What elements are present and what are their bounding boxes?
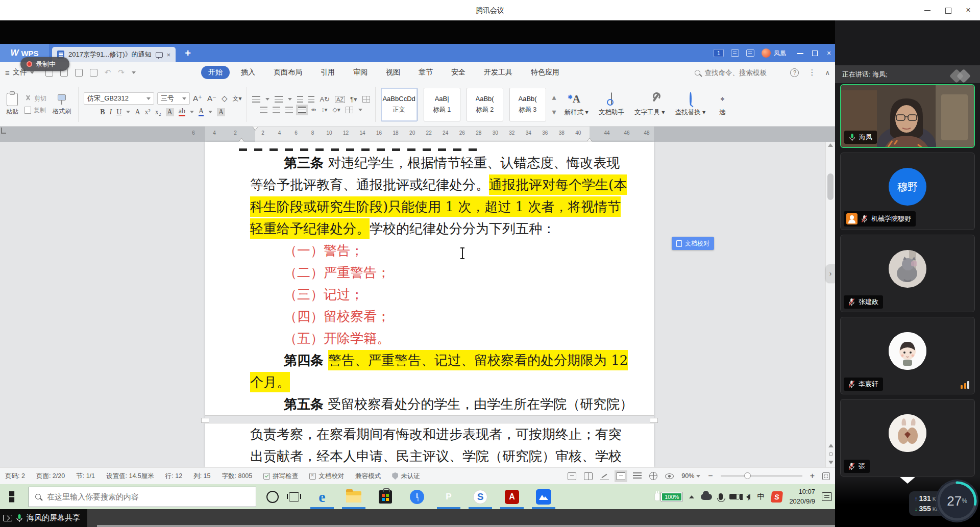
- participant-tile-video[interactable]: 海凤: [840, 84, 975, 148]
- font-name-select[interactable]: 仿宋_GB2312: [84, 92, 154, 105]
- ribbon-tab[interactable]: 审阅: [346, 66, 375, 79]
- message-count-badge[interactable]: 1: [714, 49, 724, 57]
- sort-icon[interactable]: AZ: [335, 96, 345, 103]
- document-line[interactable]: 个月。: [250, 371, 602, 393]
- insert-table-icon[interactable]: [362, 96, 370, 103]
- format-painter-button[interactable]: 格式刷: [51, 92, 73, 117]
- participant-tile[interactable]: 张建政: [840, 235, 975, 312]
- scrollbar-thumb[interactable]: [827, 173, 834, 200]
- distribute-icon[interactable]: ⇹: [311, 106, 316, 113]
- windows-search-box[interactable]: [29, 487, 256, 507]
- style-item[interactable]: AaB| 标题 1: [424, 88, 460, 121]
- document-line[interactable]: 轻重给予纪律处分。学校的纪律处分分为下列五种：: [250, 218, 602, 240]
- doc-proofread[interactable]: 文档校对: [309, 472, 344, 481]
- ribbon-tab[interactable]: 视图: [379, 66, 407, 79]
- tab-close-icon[interactable]: ×: [167, 51, 171, 59]
- underline-button[interactable]: U: [116, 108, 121, 116]
- ribbon-tab[interactable]: 开始: [201, 66, 230, 79]
- column-indicator[interactable]: 列: 15: [193, 472, 210, 481]
- battery-icon[interactable]: [729, 494, 740, 499]
- user-account[interactable]: 凤凰: [762, 48, 786, 58]
- document-page[interactable]: 第三条 对违纪学生，根据情节轻重、认错态度、悔改表现等给予批评教育、通报批评或纪…: [205, 142, 654, 467]
- undo-icon[interactable]: ↶: [105, 68, 111, 77]
- right-indent-marker[interactable]: [587, 138, 592, 142]
- numbered-list-icon[interactable]: [275, 96, 283, 103]
- speaker-icon[interactable]: [746, 494, 750, 500]
- taskbar-file-explorer[interactable]: [338, 484, 370, 509]
- word-count[interactable]: 字数: 8005: [222, 472, 253, 481]
- web-layout-icon[interactable]: [649, 472, 657, 480]
- style-item[interactable]: AaBb( 标题 2: [467, 88, 503, 121]
- participant-tile[interactable]: 張: [840, 399, 975, 476]
- strikethrough-button[interactable]: A: [135, 108, 140, 116]
- zoom-out-button[interactable]: −: [708, 471, 713, 481]
- maximize-icon[interactable]: [944, 7, 951, 14]
- bullet-list-icon[interactable]: [252, 96, 260, 103]
- document-line[interactable]: （四）留校察看；: [250, 306, 602, 328]
- line-indicator[interactable]: 行: 12: [165, 472, 182, 481]
- document-line[interactable]: 负责考察，在察看期间有悔改和进步表现者，可按期终止；有突: [250, 423, 602, 445]
- participant-tile[interactable]: 穆野 机械学院穆野: [840, 153, 975, 230]
- read-layout-icon[interactable]: [584, 472, 593, 480]
- close-icon[interactable]: ×: [965, 7, 972, 14]
- find-replace-button[interactable]: 查找替换 ▾: [670, 83, 711, 126]
- new-tab-button[interactable]: +: [185, 47, 191, 59]
- style-item[interactable]: AaBb( 标题 3: [509, 88, 546, 121]
- char-border-button[interactable]: A: [217, 108, 225, 116]
- ribbon-tab[interactable]: 引用: [313, 66, 342, 79]
- vertical-scrollbar[interactable]: [825, 142, 835, 467]
- onedrive-icon[interactable]: [701, 494, 712, 500]
- taskbar-clock[interactable]: 10:07 2020/9/9: [789, 487, 815, 507]
- doc-proofread-float-button[interactable]: 文档校对: [672, 237, 714, 250]
- bold-button[interactable]: B: [100, 108, 105, 116]
- print-preview-icon[interactable]: [90, 69, 97, 77]
- style-item[interactable]: AaBbCcDd 正文: [381, 88, 418, 121]
- align-center-icon[interactable]: [273, 107, 280, 113]
- new-style-button[interactable]: A✱ 新样式 ▾: [559, 83, 594, 126]
- wps-close-icon[interactable]: ×: [826, 50, 832, 56]
- cortana-icon[interactable]: [266, 491, 279, 503]
- ribbon-tab[interactable]: 页面布局: [266, 66, 309, 79]
- zoom-in-button[interactable]: +: [810, 471, 815, 481]
- sogou-icon[interactable]: S: [771, 491, 783, 503]
- select-button[interactable]: ⌖ 选: [710, 83, 734, 126]
- hanging-indent-marker[interactable]: [239, 138, 244, 142]
- style-gallery-scroll[interactable]: ▴▾: [552, 83, 556, 126]
- previous-page-icon[interactable]: [828, 444, 834, 447]
- pinyin-icon[interactable]: 文▾: [232, 94, 241, 103]
- document-tab[interactable]: 2017京学91...修订)》的通知 ×: [52, 47, 176, 62]
- font-size-select[interactable]: 三号: [157, 92, 190, 105]
- document-line[interactable]: 第五条 受留校察看处分的学生，由学生所在学院（研究院）: [250, 393, 602, 415]
- command-search-input[interactable]: [704, 69, 781, 77]
- microphone-icon[interactable]: [719, 493, 723, 500]
- section-indicator[interactable]: 节: 1/1: [76, 472, 95, 481]
- hidden-icons-chevron[interactable]: [689, 495, 694, 498]
- windows-start-button[interactable]: [9, 491, 20, 503]
- collapse-ribbon-icon[interactable]: ∧: [825, 69, 830, 77]
- task-view-icon[interactable]: [289, 492, 299, 501]
- collapse-sidebar-icon[interactable]: [900, 477, 915, 484]
- share-icon[interactable]: [731, 49, 739, 57]
- select-browse-object-icon[interactable]: [829, 452, 833, 456]
- fit-page-icon[interactable]: [822, 472, 830, 480]
- setting-value[interactable]: 设置值: 14.5厘米: [106, 472, 154, 481]
- decrease-font-icon[interactable]: A⁻: [207, 94, 216, 103]
- borders-icon[interactable]: [346, 107, 353, 113]
- paste-button[interactable]: 粘贴: [4, 92, 20, 117]
- document-line[interactable]: 第四条 警告、严重警告、记过、留校察看的处分期限为 12: [250, 349, 602, 371]
- print-layout-icon[interactable]: [617, 472, 625, 480]
- first-line-indent-marker[interactable]: [253, 127, 258, 130]
- performance-indicator[interactable]: 27 %: [936, 480, 978, 522]
- action-center-icon[interactable]: [822, 492, 832, 501]
- cut-button[interactable]: 剪切: [24, 94, 46, 103]
- char-shading-button[interactable]: A: [166, 108, 174, 116]
- text-tool-button[interactable]: 文字工具 ▾: [629, 83, 670, 126]
- help-icon[interactable]: ?: [790, 68, 799, 77]
- ruler[interactable]: 642 246810121416182022242628303234363840…: [0, 127, 835, 142]
- document-line[interactable]: （一）警告；: [250, 240, 602, 262]
- taskbar-store[interactable]: [370, 484, 401, 509]
- chevron-down-icon[interactable]: [132, 71, 136, 74]
- show-marks-icon[interactable]: ¶▾: [350, 95, 357, 103]
- cert-status[interactable]: 未认证: [392, 472, 420, 481]
- increase-indent-icon[interactable]: [308, 96, 314, 103]
